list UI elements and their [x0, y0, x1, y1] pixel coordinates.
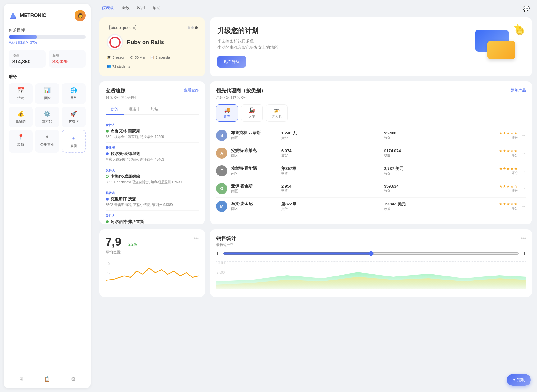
- service-finance[interactable]: 💰 金融的: [9, 107, 33, 127]
- agent-row-1: A 安妮特-布莱克 南区 6,074 交货 $174,074 收益: [216, 144, 526, 162]
- user-avatar[interactable]: 👩: [75, 10, 86, 21]
- budget-card: 预算 $14,350: [9, 50, 46, 68]
- entry-addr-1: 6391 埃尔全主塞莱斯, 特拉华州 10299: [106, 134, 199, 139]
- dot-blue-4: [106, 198, 109, 201]
- agent-info-3: 盖伊-霍金斯 南区: [231, 183, 278, 194]
- dot-blue-2: [106, 152, 109, 155]
- agent-stat-rev-4: 19,842 美元 收益: [384, 201, 483, 211]
- tab-preparing[interactable]: 准备中: [124, 104, 146, 115]
- agent-list: B 布鲁克林-西蒙斯 南区 1,240 人 交货 $5,400 收益: [216, 127, 526, 215]
- upgrade-button[interactable]: 现在升级: [217, 56, 246, 68]
- sidebar: METRONIC 👩 你的目标 已达到目标的 37% 预算 $14,350 花费…: [4, 4, 91, 388]
- agent-avatar-4: M: [216, 201, 227, 212]
- sales-more-icon[interactable]: •••: [521, 235, 526, 241]
- course-meta: 🎓 3 lesson ⏱ 50 Min 📋 1 agenda 👥 72 stud…: [107, 55, 198, 68]
- service-care-label: 护理卡: [69, 119, 79, 124]
- add-product-button[interactable]: 添加产品: [511, 88, 526, 93]
- agent-stat-trans-4: 第822章 交货: [281, 201, 380, 211]
- goal-section: 你的目标 已达到目标的 37%: [9, 27, 86, 45]
- course-lessons: 🎓 3 lesson: [107, 55, 125, 59]
- sales-range-input[interactable]: [223, 251, 519, 256]
- agent-tab-drone[interactable]: 🚁 无人机: [266, 104, 288, 122]
- layers-icon[interactable]: ⊞: [19, 376, 23, 382]
- dot-green-5: [106, 220, 109, 223]
- illustration-yellow-card: [487, 41, 515, 59]
- settings-icon[interactable]: ⚙: [71, 376, 75, 382]
- top-navigation: 仪表板 页数 应用 帮助: [102, 5, 161, 12]
- service-tech[interactable]: ⚙️ 技术的: [35, 107, 59, 127]
- expense-label: 花费: [52, 53, 82, 58]
- agent-row-4: M 马文-麦金尼 南区 第822章 交货 19,842 美元 收益: [216, 198, 526, 215]
- expense-value: $8,029: [52, 59, 82, 65]
- agent-arrow-0[interactable]: →: [521, 133, 526, 138]
- main-area: 仪表板 页数 应用 帮助 💬 【biqubiqu.com】: [94, 0, 537, 392]
- sales-subtitle: 最畅销产品: [216, 243, 236, 247]
- sidebar-bottom: ⊞ 📋 ⚙: [9, 371, 86, 382]
- service-network[interactable]: 🌐 网络: [62, 83, 86, 104]
- service-care[interactable]: 🚀 护理卡: [62, 107, 86, 127]
- service-tech-label: 技术的: [42, 119, 52, 124]
- illustration-star: ⭐: [514, 24, 521, 31]
- view-all-link[interactable]: 查看全部: [184, 88, 199, 93]
- agent-tab-truck[interactable]: 🚚 货车: [216, 104, 238, 122]
- agent-avatar-2: E: [216, 165, 227, 176]
- shipment-header: 交货追踪 查看全部: [106, 88, 199, 94]
- agent-stat-rev-0: $5,400 收益: [384, 131, 483, 140]
- upgrade-card: 升级您的计划 平面插图和我们多色 生动的未混合紫色头发女士的精彩 现在升级 🪙 …: [210, 17, 532, 76]
- service-add-new[interactable]: ＋ 添新: [62, 130, 86, 153]
- budget-row: 预算 $14,350 花费 $8,029: [9, 50, 86, 68]
- agenda-icon: 📋: [150, 55, 154, 59]
- chat-icon[interactable]: 💬: [523, 5, 530, 12]
- sales-card: 销售统计 最畅销产品 ••• ⏸ ⏸ 3,000 2,500: [210, 229, 532, 297]
- dot-3: [195, 26, 198, 29]
- agent-arrow-3[interactable]: →: [521, 186, 526, 191]
- agent-arrow-4[interactable]: →: [521, 204, 526, 209]
- service-insurance[interactable]: 📊 保险: [35, 83, 59, 104]
- tab-shipping[interactable]: 船运: [146, 104, 164, 115]
- nav-dashboard[interactable]: 仪表板: [102, 5, 114, 12]
- agent-stat-rev-2: 2,737 美元 收益: [384, 166, 483, 176]
- logo-icon: [9, 11, 17, 20]
- service-hospitality[interactable]: 📍 款待: [9, 130, 33, 153]
- agent-stat-trans-0: 1,240 人 交货: [281, 130, 380, 140]
- metric-more-icon[interactable]: •••: [193, 235, 199, 241]
- service-activity[interactable]: 📅 活动: [9, 83, 33, 104]
- topbar-actions: 💬: [523, 5, 530, 12]
- progress-bar-fill: [9, 35, 37, 39]
- nav-help[interactable]: 帮助: [152, 5, 161, 12]
- metric-header: 7,9 +2.2% 平均位置 •••: [106, 235, 199, 255]
- sales-title: 销售统计: [216, 235, 236, 242]
- metric-big-value: 7,9: [106, 235, 121, 248]
- slider-play-right[interactable]: ⏸: [521, 251, 526, 256]
- service-public[interactable]: ✦ 公用事业: [35, 130, 59, 153]
- shipment-entry-2: 接收者 拉尔夫-爱德华兹 里家大道2464号 梅萨, 新泽西州 45463: [106, 143, 199, 165]
- agent-arrow-1[interactable]: →: [521, 151, 526, 156]
- agent-tab-train[interactable]: 🚂 火车: [241, 104, 263, 122]
- nav-pages[interactable]: 页数: [121, 5, 130, 12]
- truck-icon: 🚚: [224, 107, 230, 113]
- agent-arrow-2[interactable]: →: [521, 168, 526, 173]
- agent-row-0: B 布鲁克林-西蒙斯 南区 1,240 人 交货 $5,400 收益: [216, 127, 526, 144]
- upgrade-illustration: 🪙 ⭐: [469, 27, 525, 67]
- customize-button[interactable]: ✦ 定制: [507, 374, 531, 386]
- shipment-tabs: 新的 准备中 船运: [106, 104, 199, 115]
- tech-icon: ⚙️: [44, 110, 51, 117]
- service-finance-label: 金融的: [16, 119, 26, 124]
- shipment-subtitle: 56 次交付正在进行中: [106, 95, 199, 100]
- document-icon[interactable]: 📋: [44, 376, 50, 382]
- service-hospitality-label: 款待: [17, 142, 24, 147]
- nav-apps[interactable]: 应用: [137, 5, 145, 12]
- course-logo: [107, 34, 123, 50]
- course-logo-inner: [109, 37, 121, 48]
- agent-avatar-1: A: [216, 148, 227, 159]
- care-icon: 🚀: [70, 110, 77, 117]
- hospitality-icon: 📍: [17, 134, 24, 140]
- sales-title-area: 销售统计 最畅销产品: [216, 235, 236, 247]
- entry-name-3: 卡梅伦-威廉姆森: [106, 174, 199, 179]
- tab-new[interactable]: 新的: [106, 104, 124, 115]
- shipment-card: 交货追踪 查看全部 56 次交付正在进行中 新的 准备中 船运 发件人 布鲁克林: [99, 81, 205, 224]
- shipment-entry-5: 发件人 阿尔伯特-弗洛雷斯: [106, 211, 199, 224]
- agents-card: 领先代理商（按类别） 添加产品 总计 424,567 次交付 🚚 货车 🚂 火车…: [210, 81, 532, 224]
- slider-play-left[interactable]: ⏸: [216, 251, 221, 256]
- entry-name-2: 拉尔夫-爱德华兹: [106, 151, 199, 157]
